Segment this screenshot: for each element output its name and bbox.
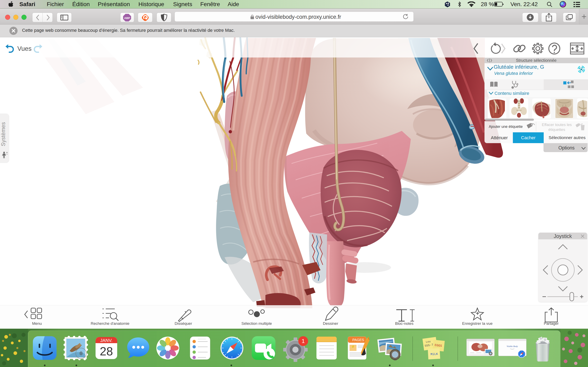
svg-text:1: 1 bbox=[302, 338, 305, 344]
svg-text:PAGES: PAGES bbox=[352, 338, 364, 342]
svg-text:JANV.: JANV. bbox=[100, 338, 112, 343]
svg-text:ABP: ABP bbox=[124, 17, 130, 20]
svg-text:MiLK: MiLK bbox=[430, 352, 438, 356]
svg-text:28: 28 bbox=[100, 345, 113, 358]
svg-text:Visible Body: Visible Body bbox=[507, 345, 518, 347]
